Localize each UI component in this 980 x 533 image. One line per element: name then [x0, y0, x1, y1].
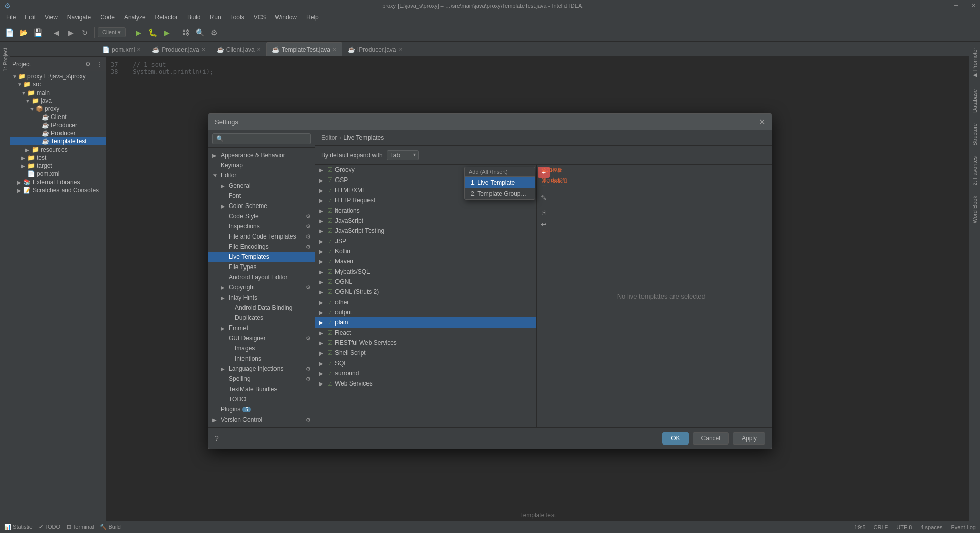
toolbar-settings[interactable]: ⚙ — [208, 26, 220, 39]
settings-guidesigner[interactable]: GUI Designer ⚙ — [208, 333, 315, 343]
settings-livetemplates[interactable]: Live Templates — [208, 252, 315, 262]
settings-codestyle[interactable]: Code Style ⚙ — [208, 211, 315, 221]
template-group-javascript[interactable]: ▶ ☑ JavaScript — [315, 216, 536, 226]
check-react[interactable]: ☑ — [327, 329, 333, 336]
template-group-kotlin[interactable]: ▶ ☑ Kotlin — [315, 246, 536, 256]
settings-colorscheme[interactable]: ▶ Color Scheme — [208, 201, 315, 211]
check-maven[interactable]: ☑ — [327, 258, 333, 265]
settings-images[interactable]: Images — [208, 343, 315, 353]
settings-editor[interactable]: ▼ Editor — [208, 170, 315, 181]
check-gsp[interactable]: ☑ — [327, 176, 333, 184]
settings-inlayhints[interactable]: ▶ Inlay Hints — [208, 292, 315, 303]
menu-file[interactable]: File — [2, 13, 20, 22]
settings-spelling[interactable]: Spelling ⚙ — [208, 374, 315, 384]
settings-langinjections[interactable]: ▶ Language Injections ⚙ — [208, 364, 315, 374]
add-live-template-option[interactable]: 1. Live Template — [465, 177, 535, 188]
status-build[interactable]: 🔨 Build — [100, 524, 121, 530]
check-js[interactable]: ☑ — [327, 217, 333, 224]
template-group-surround[interactable]: ▶ ☑ surround — [315, 368, 536, 378]
settings-general[interactable]: ▶ General — [208, 181, 315, 191]
template-group-output[interactable]: ▶ ☑ output — [315, 307, 536, 317]
template-group-iterations[interactable]: ▶ ☑ iterations — [315, 205, 536, 216]
client-selector[interactable]: Client ▾ — [98, 27, 126, 37]
dialog-close-button[interactable]: ✕ — [759, 117, 765, 127]
menu-help[interactable]: Help — [302, 13, 323, 22]
settings-versioncontrol[interactable]: ▶ Version Control ⚙ — [208, 414, 315, 425]
settings-inspections[interactable]: Inspections ⚙ — [208, 221, 315, 231]
toolbar-open[interactable]: 📂 — [17, 26, 29, 39]
toolbar-run[interactable]: ▶ — [132, 26, 144, 39]
template-group-jsp[interactable]: ▶ ☑ JSP — [315, 236, 536, 246]
ok-button[interactable]: OK — [662, 432, 688, 445]
check-other[interactable]: ☑ — [327, 299, 333, 306]
template-group-maven[interactable]: ▶ ☑ Maven — [315, 256, 536, 266]
check-jst[interactable]: ☑ — [327, 227, 333, 234]
menu-view[interactable]: View — [41, 13, 62, 22]
settings-font[interactable]: Font — [208, 191, 315, 201]
settings-appearance[interactable]: ▶ Appearance & Behavior — [208, 150, 315, 160]
check-htmlxml[interactable]: ☑ — [327, 187, 333, 194]
toolbar-search[interactable]: 🔍 — [194, 26, 206, 39]
settings-androidlayout[interactable]: Android Layout Editor — [208, 272, 315, 282]
menu-analyze[interactable]: Analyze — [120, 13, 150, 22]
toolbar-back[interactable]: ◀ — [50, 26, 63, 39]
check-ws[interactable]: ☑ — [327, 380, 333, 387]
toolbar-debug[interactable]: 🐛 — [146, 26, 159, 39]
template-group-ognl[interactable]: ▶ ☑ OGNL — [315, 277, 536, 287]
check-iterations[interactable]: ☑ — [327, 207, 333, 214]
check-groovy[interactable]: ☑ — [327, 166, 333, 173]
check-ognl[interactable]: ☑ — [327, 278, 333, 285]
status-eventlog[interactable]: Event Log — [951, 524, 976, 530]
toolbar-new[interactable]: 📄 — [3, 26, 15, 39]
settings-fileencodings[interactable]: File Encodings ⚙ — [208, 242, 315, 252]
minimize-button[interactable]: ─ — [954, 2, 958, 9]
template-group-shell[interactable]: ▶ ☑ Shell Script — [315, 348, 536, 358]
settings-plugins[interactable]: Plugins 5 — [208, 404, 315, 414]
check-plain[interactable]: ☑ — [327, 319, 333, 326]
menu-vcs[interactable]: VCS — [250, 13, 270, 22]
settings-keymap[interactable]: Keymap — [208, 160, 315, 170]
settings-textmatebundles[interactable]: TextMate Bundles — [208, 384, 315, 394]
status-todo[interactable]: ✔ TODO — [39, 524, 60, 530]
check-http[interactable]: ☑ — [327, 197, 333, 204]
settings-todo[interactable]: TODO — [208, 394, 315, 404]
help-button[interactable]: ? — [215, 434, 219, 442]
menu-build[interactable]: Build — [183, 13, 205, 22]
template-group-mybatis[interactable]: ▶ ☑ Mybatis/SQL — [315, 266, 536, 277]
settings-search-input[interactable] — [212, 133, 311, 144]
template-group-restful[interactable]: ▶ ☑ RESTful Web Services — [315, 338, 536, 348]
apply-button[interactable]: Apply — [733, 432, 765, 445]
expand-select[interactable]: Tab Enter Space — [387, 150, 419, 160]
settings-emmet[interactable]: ▶ Emmet — [208, 323, 315, 333]
maximize-button[interactable]: □ — [963, 2, 966, 9]
menu-refactor[interactable]: Refactor — [151, 13, 182, 22]
template-group-jstesting[interactable]: ▶ ☑ JavaScript Testing — [315, 226, 536, 236]
settings-filecodetemplates[interactable]: File and Code Templates ⚙ — [208, 231, 315, 242]
menu-window[interactable]: Window — [271, 13, 301, 22]
template-group-react[interactable]: ▶ ☑ React — [315, 328, 536, 338]
template-group-sql[interactable]: ▶ ☑ SQL — [315, 358, 536, 368]
cancel-button[interactable]: Cancel — [693, 432, 729, 445]
template-group-webservices[interactable]: ▶ ☑ Web Services — [315, 378, 536, 389]
undo-button[interactable]: ↩ — [538, 219, 549, 230]
settings-androiddatabinding[interactable]: Android Data Binding — [208, 303, 315, 313]
toolbar-run2[interactable]: ▶ — [161, 26, 173, 39]
toolbar-git[interactable]: ⛓ — [179, 26, 192, 39]
add-template-button[interactable]: + — [538, 167, 550, 178]
toolbar-reload[interactable]: ↻ — [79, 26, 91, 39]
settings-copyright[interactable]: ▶ Copyright ⚙ — [208, 282, 315, 292]
check-kotlin[interactable]: ☑ — [327, 248, 333, 255]
check-mybatis[interactable]: ☑ — [327, 268, 333, 275]
check-output[interactable]: ☑ — [327, 309, 333, 316]
toolbar-save[interactable]: 💾 — [32, 26, 44, 39]
status-terminal[interactable]: ⊞ Terminal — [67, 524, 94, 530]
settings-intentions[interactable]: Intentions — [208, 353, 315, 364]
template-group-ognlstruts[interactable]: ▶ ☑ OGNL (Struts 2) — [315, 287, 536, 297]
check-jsp[interactable]: ☑ — [327, 238, 333, 245]
edit-template-button[interactable]: ✎ — [538, 192, 549, 203]
template-group-plain[interactable]: ▶ ☑ plain — [315, 317, 536, 328]
add-template-group-option[interactable]: 2. Template Group... — [465, 188, 535, 199]
template-group-other[interactable]: ▶ ☑ other — [315, 297, 536, 307]
menu-code[interactable]: Code — [96, 13, 119, 22]
remove-template-button[interactable]: − — [538, 180, 549, 191]
